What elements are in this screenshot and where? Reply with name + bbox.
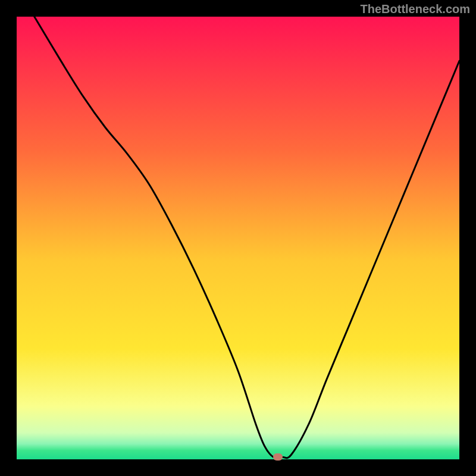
chart-container: TheBottleneck.com	[0, 0, 476, 476]
curve-layer	[17, 17, 459, 459]
plot-area	[17, 17, 459, 459]
bottleneck-curve	[35, 17, 459, 458]
optimum-marker	[273, 453, 283, 461]
watermark-text: TheBottleneck.com	[361, 2, 470, 16]
